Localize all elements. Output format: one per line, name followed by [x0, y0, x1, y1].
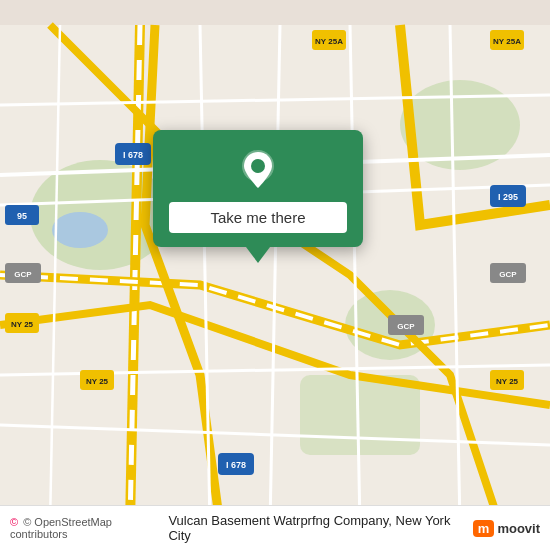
moovit-m-icon: m [473, 520, 495, 537]
bottom-right-section: Vulcan Basement Watrprfng Company, New Y… [168, 513, 540, 543]
map-background: I 678 NY 25A NY 25A I 295 95 GCP GCP GCP… [0, 0, 550, 550]
svg-text:NY 25A: NY 25A [493, 37, 521, 46]
bottom-bar: © © OpenStreetMap contributors Vulcan Ba… [0, 505, 550, 550]
svg-text:NY 25: NY 25 [496, 377, 519, 386]
svg-text:I 678: I 678 [226, 460, 246, 470]
attribution: © © OpenStreetMap contributors [10, 516, 168, 540]
moovit-wordmark: moovit [497, 521, 540, 536]
moovit-logo: m moovit [473, 520, 540, 537]
location-label: Vulcan Basement Watrprfng Company, New Y… [168, 513, 466, 543]
map-container: I 678 NY 25A NY 25A I 295 95 GCP GCP GCP… [0, 0, 550, 550]
svg-text:NY 25A: NY 25A [315, 37, 343, 46]
svg-text:NY 25: NY 25 [86, 377, 109, 386]
copyright-symbol: © [10, 516, 18, 528]
svg-text:GCP: GCP [14, 270, 32, 279]
svg-text:GCP: GCP [397, 322, 415, 331]
location-popup: Take me there [153, 130, 363, 247]
map-pin-icon [236, 148, 280, 192]
attribution-text: © OpenStreetMap contributors [10, 516, 112, 540]
svg-point-5 [52, 212, 108, 248]
svg-point-31 [251, 159, 265, 173]
svg-text:NY 25: NY 25 [11, 320, 34, 329]
svg-text:I 678: I 678 [123, 150, 143, 160]
take-me-there-button[interactable]: Take me there [169, 202, 347, 233]
svg-rect-4 [300, 375, 420, 455]
svg-text:95: 95 [17, 211, 27, 221]
svg-text:GCP: GCP [499, 270, 517, 279]
svg-text:I 295: I 295 [498, 192, 518, 202]
